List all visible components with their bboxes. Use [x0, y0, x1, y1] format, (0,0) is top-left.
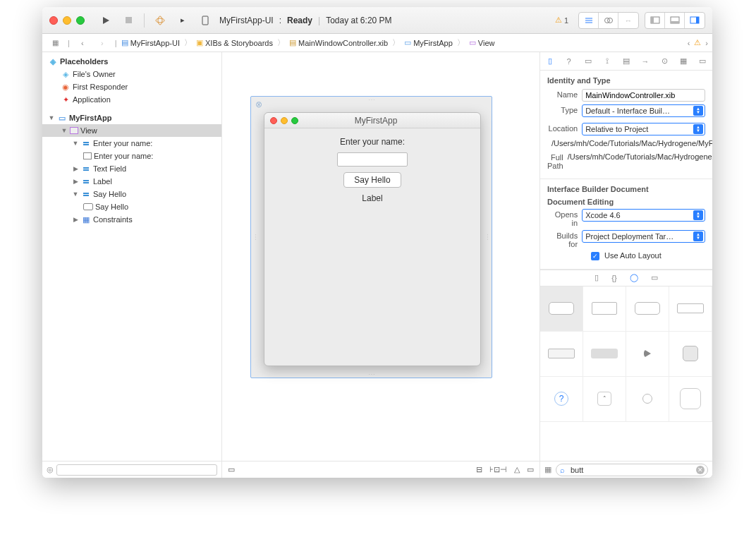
- window-group[interactable]: ▼ ▭ MyFirstApp: [42, 111, 221, 124]
- preview-window[interactable]: MyFirstApp Enter your name: Say Hello La…: [264, 112, 481, 366]
- media-library-icon[interactable]: ▭: [651, 273, 658, 282]
- checkbox-icon[interactable]: ✓: [591, 252, 599, 260]
- object-library-icon[interactable]: ◯: [630, 273, 638, 282]
- name-input[interactable]: [582, 89, 705, 102]
- last-inspector-icon[interactable]: ▭: [695, 56, 709, 66]
- constraints-item[interactable]: ▶ ▦ Constraints: [42, 213, 221, 226]
- preview-minimize-icon[interactable]: [281, 117, 288, 124]
- effects-inspector-icon[interactable]: ▦: [676, 56, 690, 66]
- quick-help-icon[interactable]: ?: [562, 57, 576, 66]
- enter-name-cell-item[interactable]: Enter your name:: [42, 150, 221, 162]
- file-template-icon[interactable]: ▯: [595, 273, 599, 282]
- filter-icon[interactable]: ◎: [47, 465, 54, 474]
- object-library-grid[interactable]: ? ˄: [540, 286, 712, 461]
- align-icon[interactable]: ⊟: [476, 465, 482, 474]
- back-icon[interactable]: ‹: [74, 35, 91, 51]
- panel-visibility-segmented[interactable]: [645, 12, 705, 29]
- path-project[interactable]: MyFirstApp-UI: [130, 39, 180, 47]
- path-window[interactable]: MyFirstApp: [413, 39, 453, 47]
- location-select[interactable]: Relative to Project ▲▼: [582, 123, 705, 135]
- zoom-icon[interactable]: [76, 16, 85, 25]
- type-select[interactable]: Default - Interface Buil… ▲▼: [582, 104, 705, 117]
- file-inspector-icon[interactable]: ▯: [543, 56, 557, 66]
- library-search-input[interactable]: ⌕ butt ✕: [556, 464, 708, 476]
- bottom-panel-icon[interactable]: [665, 13, 685, 28]
- resize-icon[interactable]: ▭: [527, 465, 534, 474]
- enter-name-label-item[interactable]: ▼ Enter your name:: [42, 137, 221, 150]
- application-item[interactable]: ✦ Application: [42, 93, 221, 106]
- rounded-rect-button-item[interactable]: [626, 286, 669, 332]
- rounded-textured-item[interactable]: [669, 377, 712, 422]
- scheme-device-icon[interactable]: [197, 13, 214, 28]
- assistant-editor-icon[interactable]: [599, 13, 618, 28]
- recessed-button-item[interactable]: [583, 332, 626, 377]
- disclosure-triangle-item[interactable]: ˄: [583, 377, 626, 422]
- left-panel-icon[interactable]: [645, 13, 665, 28]
- disclosure-icon[interactable]: ▼: [48, 114, 55, 121]
- pin-icon[interactable]: ⊦⊡⊣: [489, 465, 507, 474]
- minimize-icon[interactable]: [63, 16, 71, 25]
- path-file[interactable]: MainWindowController.xib: [298, 39, 388, 47]
- sayhello-button-item[interactable]: ▼ Say Hello: [42, 188, 221, 200]
- prev-issue-icon[interactable]: ‹: [688, 39, 690, 47]
- standard-editor-icon[interactable]: [579, 13, 599, 28]
- disclosure-icon[interactable]: ▶: [72, 216, 79, 223]
- jump-bar[interactable]: ▦ | ‹ › | ▤MyFirstApp-UI 〉 ▣XIBs & Story…: [42, 34, 712, 52]
- view-item[interactable]: ▼ View: [42, 124, 221, 137]
- auto-layout-row[interactable]: ✓ Use Auto Layout: [591, 251, 705, 260]
- grid-view-icon[interactable]: ▦: [544, 465, 551, 474]
- handle-icon[interactable]: ⋯: [484, 234, 492, 241]
- help-button-item[interactable]: ?: [540, 377, 583, 422]
- canvas[interactable]: ⊗ ⋯ ⋯ ⋯ ⋯ MyFirstApp Enter your name: [222, 52, 539, 461]
- disclosure-icon[interactable]: ▶: [72, 178, 79, 185]
- attributes-inspector-icon[interactable]: ⟟: [600, 56, 614, 66]
- forward-icon[interactable]: ›: [94, 35, 111, 51]
- next-issue-icon[interactable]: ›: [705, 39, 708, 47]
- disclosure-icon[interactable]: ▼: [72, 140, 79, 147]
- files-owner-item[interactable]: ◈ File's Owner: [42, 68, 221, 80]
- selection-frame[interactable]: ⊗ ⋯ ⋯ ⋯ ⋯ MyFirstApp Enter your name: [250, 96, 492, 378]
- scheme-app-icon[interactable]: [152, 13, 169, 28]
- code-snippet-icon[interactable]: {}: [611, 274, 616, 282]
- bevel-button-item[interactable]: [540, 332, 583, 377]
- disclosure-icon[interactable]: ▶: [72, 165, 79, 172]
- path-folder[interactable]: XIBs & Storyboards: [205, 39, 273, 47]
- close-frame-icon[interactable]: ⊗: [255, 99, 262, 109]
- run-button[interactable]: [97, 13, 114, 28]
- stop-button[interactable]: [120, 13, 137, 28]
- disclosure-button-item[interactable]: [626, 332, 669, 377]
- first-responder-item[interactable]: ◉ First Responder: [42, 80, 221, 93]
- disclosure-icon[interactable]: ▼: [61, 127, 68, 134]
- issue-warning-icon[interactable]: ⚠: [694, 38, 701, 47]
- opens-select[interactable]: Xcode 4.6 ▲▼: [582, 209, 705, 222]
- textured-button-item[interactable]: [669, 286, 712, 332]
- disclosure-icon[interactable]: ▼: [72, 191, 79, 198]
- connections-inspector-icon[interactable]: →: [638, 57, 652, 66]
- bindings-inspector-icon[interactable]: ⊙: [657, 56, 671, 66]
- handle-icon[interactable]: ⋯: [252, 234, 260, 241]
- say-hello-button[interactable]: Say Hello: [343, 172, 401, 188]
- outline-tree[interactable]: ◈ Placeholders ◈ File's Owner ◉ First Re…: [42, 52, 221, 461]
- identity-inspector-icon[interactable]: ▭: [581, 56, 595, 66]
- toggle-outline-icon[interactable]: ▭: [228, 465, 235, 474]
- right-panel-icon[interactable]: [685, 13, 705, 28]
- round-button-item[interactable]: [626, 377, 669, 422]
- gradient-button-item[interactable]: [583, 286, 626, 332]
- related-items-icon[interactable]: ▦: [47, 35, 63, 51]
- library-tabs[interactable]: ▯ {} ◯ ▭: [540, 270, 712, 286]
- inspector-tabs[interactable]: ▯ ? ▭ ⟟ ▤ → ⊙ ▦ ▭: [540, 52, 712, 71]
- size-inspector-icon[interactable]: ▤: [619, 56, 633, 66]
- handle-icon[interactable]: ⋯: [368, 370, 375, 378]
- push-button-item[interactable]: [540, 286, 583, 332]
- close-icon[interactable]: [49, 16, 58, 25]
- clear-icon[interactable]: ✕: [696, 466, 705, 474]
- sayhello-cell-item[interactable]: Say Hello: [42, 200, 221, 213]
- builds-select[interactable]: Project Deployment Tar… ▲▼: [582, 230, 705, 243]
- label-item[interactable]: ▶ Label: [42, 175, 221, 188]
- textfield-item[interactable]: ▶ Text Field: [42, 162, 221, 175]
- editor-mode-segmented[interactable]: ↔: [578, 12, 639, 29]
- square-button-item[interactable]: [669, 332, 712, 377]
- scheme-arrow-icon[interactable]: ▸: [174, 13, 191, 28]
- warnings-badge[interactable]: ⚠ 1: [555, 16, 568, 25]
- preview-close-icon[interactable]: [270, 117, 277, 124]
